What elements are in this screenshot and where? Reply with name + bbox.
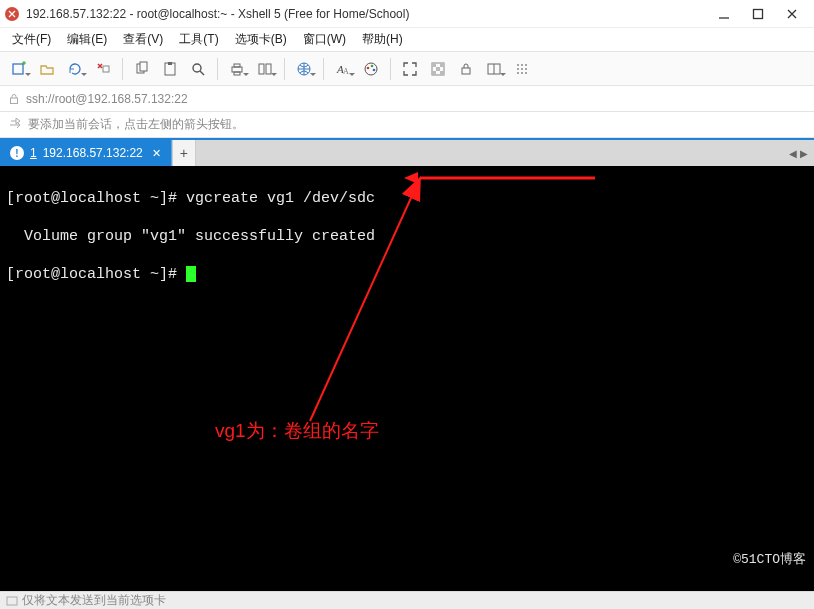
new-session-button[interactable]: [6, 56, 32, 82]
svg-point-34: [525, 64, 527, 66]
tab-overflow-button[interactable]: ◀ ▶: [789, 148, 808, 159]
hint-arrow-icon[interactable]: [8, 118, 22, 132]
svg-point-39: [521, 72, 523, 74]
svg-line-10: [200, 71, 204, 75]
svg-rect-6: [140, 62, 147, 71]
menu-view[interactable]: 查看(V): [117, 29, 169, 50]
svg-rect-15: [266, 64, 271, 74]
svg-point-9: [193, 64, 201, 72]
separator: [323, 58, 324, 80]
print-button[interactable]: [224, 56, 250, 82]
menu-bar: 文件(F) 编辑(E) 查看(V) 工具(T) 选项卡(B) 窗口(W) 帮助(…: [0, 28, 814, 52]
address-text[interactable]: ssh://root@192.168.57.132:22: [26, 92, 188, 106]
output-line: Volume group "vg1" successfully created: [6, 227, 808, 246]
copy-button[interactable]: [129, 56, 155, 82]
svg-point-19: [365, 63, 377, 75]
svg-point-37: [525, 68, 527, 70]
color-scheme-button[interactable]: [358, 56, 384, 82]
globe-button[interactable]: [291, 56, 317, 82]
app-icon: [4, 6, 20, 22]
svg-point-36: [521, 68, 523, 70]
properties-button[interactable]: [252, 56, 278, 82]
separator: [390, 58, 391, 80]
window-title: 192.168.57.132:22 - root@localhost:~ - X…: [26, 7, 716, 21]
separator: [217, 58, 218, 80]
address-bar: ssh://root@192.168.57.132:22: [0, 86, 814, 112]
svg-rect-25: [440, 63, 444, 67]
search-button[interactable]: [185, 56, 211, 82]
session-tab[interactable]: ! 1 192.168.57.132:22 ✕: [0, 140, 172, 166]
svg-rect-26: [436, 67, 440, 71]
font-button[interactable]: AA: [330, 56, 356, 82]
svg-rect-29: [462, 68, 470, 74]
status-bar: 仅将文本发送到当前选项卡: [0, 591, 814, 609]
annotation-text: vg1为：卷组的名字: [215, 421, 379, 440]
paste-button[interactable]: [157, 56, 183, 82]
svg-rect-2: [754, 9, 763, 18]
toolbar: AA: [0, 52, 814, 86]
menu-help[interactable]: 帮助(H): [356, 29, 409, 50]
fullscreen-button[interactable]: [397, 56, 423, 82]
terminal[interactable]: [root@localhost ~]# vgcreate vg1 /dev/sd…: [0, 166, 814, 591]
svg-rect-4: [103, 66, 109, 72]
svg-point-40: [525, 72, 527, 74]
hint-bar: 要添加当前会话，点击左侧的箭头按钮。: [0, 112, 814, 138]
hint-text: 要添加当前会话，点击左侧的箭头按钮。: [28, 116, 244, 133]
dotted-grid-button[interactable]: [509, 56, 535, 82]
tab-bar: ! 1 192.168.57.132:22 ✕ + ◀ ▶: [0, 138, 814, 166]
transparency-button[interactable]: [425, 56, 451, 82]
svg-rect-3: [13, 64, 23, 74]
layout-button[interactable]: [481, 56, 507, 82]
prompt: [root@localhost ~]#: [6, 190, 186, 207]
watermark: ©51CTO博客: [733, 550, 806, 569]
open-session-button[interactable]: [34, 56, 60, 82]
title-bar: 192.168.57.132:22 - root@localhost:~ - X…: [0, 0, 814, 28]
svg-point-32: [517, 64, 519, 66]
svg-point-22: [373, 68, 376, 71]
svg-rect-14: [259, 64, 264, 74]
tab-status-icon: !: [10, 146, 24, 160]
cursor: [186, 266, 196, 282]
menu-file[interactable]: 文件(F): [6, 29, 57, 50]
tab-index: 1: [30, 146, 37, 160]
menu-window[interactable]: 窗口(W): [297, 29, 352, 50]
lock-icon: [8, 93, 20, 105]
close-button[interactable]: [784, 6, 800, 22]
svg-rect-11: [232, 67, 242, 72]
svg-point-35: [517, 68, 519, 70]
window-controls: [716, 6, 810, 22]
svg-point-33: [521, 64, 523, 66]
svg-point-20: [367, 66, 370, 69]
tab-label: 192.168.57.132:22: [43, 146, 143, 160]
command-text: vgcreate vg1 /dev/sdc: [186, 190, 375, 207]
svg-rect-8: [168, 62, 172, 65]
prompt: [root@localhost ~]#: [6, 266, 186, 283]
svg-text:A: A: [343, 67, 349, 76]
maximize-button[interactable]: [750, 6, 766, 22]
reconnect-button[interactable]: [62, 56, 88, 82]
svg-rect-12: [234, 64, 240, 67]
tab-close-button[interactable]: ✕: [152, 147, 161, 160]
menu-tools[interactable]: 工具(T): [173, 29, 224, 50]
svg-rect-45: [7, 597, 17, 605]
svg-point-38: [517, 72, 519, 74]
svg-rect-24: [432, 63, 436, 67]
svg-rect-13: [234, 72, 240, 75]
minimize-button[interactable]: [716, 6, 732, 22]
status-icon: [6, 595, 18, 607]
svg-line-42: [310, 178, 420, 421]
disconnect-button[interactable]: [90, 56, 116, 82]
menu-tabs[interactable]: 选项卡(B): [229, 29, 293, 50]
svg-rect-28: [440, 71, 444, 75]
svg-rect-27: [432, 71, 436, 75]
svg-point-21: [371, 64, 374, 67]
separator: [284, 58, 285, 80]
lock-scroll-button[interactable]: [453, 56, 479, 82]
menu-edit[interactable]: 编辑(E): [61, 29, 113, 50]
new-tab-button[interactable]: +: [172, 140, 196, 166]
separator: [122, 58, 123, 80]
svg-marker-44: [404, 172, 418, 184]
svg-rect-41: [11, 98, 18, 104]
status-text: 仅将文本发送到当前选项卡: [22, 592, 166, 609]
